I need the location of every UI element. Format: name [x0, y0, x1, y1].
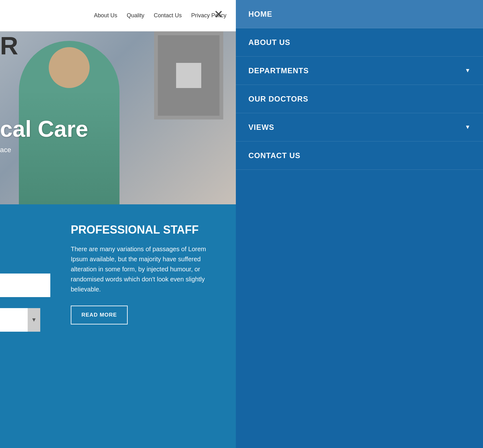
nav-quality[interactable]: Quality	[127, 12, 144, 19]
chevron-down-icon-views: ▼	[465, 124, 470, 130]
nav-about-us[interactable]: About Us	[94, 12, 117, 19]
read-more-button[interactable]: READ MORE	[71, 306, 128, 324]
sidebar-label-about-us: ABOUT US	[248, 38, 290, 47]
sidebar-item-home[interactable]: HOME	[236, 0, 483, 28]
close-button[interactable]: ✕	[214, 8, 223, 21]
nav-contact-us[interactable]: Contact Us	[154, 12, 182, 19]
sidebar: HOME ABOUT US DEPARTMENTS ▼ OUR DOCTORS …	[236, 0, 483, 448]
nurse-head	[49, 47, 90, 88]
header: About Us Quality Contact Us Privacy Poli…	[0, 0, 236, 31]
header-nav: About Us Quality Contact Us Privacy Poli…	[94, 12, 226, 19]
chevron-down-icon-departments: ▼	[465, 67, 470, 74]
left-box-1	[0, 274, 50, 297]
content-card: PROFESSIONAL STAFF There are many variat…	[58, 211, 233, 343]
sidebar-label-departments: DEPARTMENTS	[248, 66, 309, 75]
sidebar-item-views[interactable]: VIEWS ▼	[236, 113, 483, 141]
sidebar-label-views: VIEWS	[248, 123, 274, 132]
sidebar-item-about-us[interactable]: ABOUT US	[236, 28, 483, 57]
sidebar-item-contact-us[interactable]: CONTACT US	[236, 141, 483, 170]
dropdown-arrow-left[interactable]: ▼	[28, 308, 40, 332]
hero-title: cal Care	[0, 117, 88, 141]
sidebar-label-contact-us: CONTACT US	[248, 151, 301, 160]
sidebar-label-home: HOME	[248, 10, 272, 19]
hero-subtitle: ace	[0, 146, 11, 154]
sidebar-label-our-doctors: OUR DOCTORS	[248, 95, 308, 103]
partial-letter-r: R	[0, 31, 18, 60]
content-body: There are many variations of passages of…	[71, 244, 220, 294]
sidebar-item-departments[interactable]: DEPARTMENTS ▼	[236, 57, 483, 85]
wall-frame	[154, 31, 223, 119]
sidebar-item-our-doctors[interactable]: OUR DOCTORS	[236, 85, 483, 113]
content-heading: PROFESSIONAL STAFF	[71, 223, 220, 236]
wall-frame-inner	[176, 63, 201, 88]
